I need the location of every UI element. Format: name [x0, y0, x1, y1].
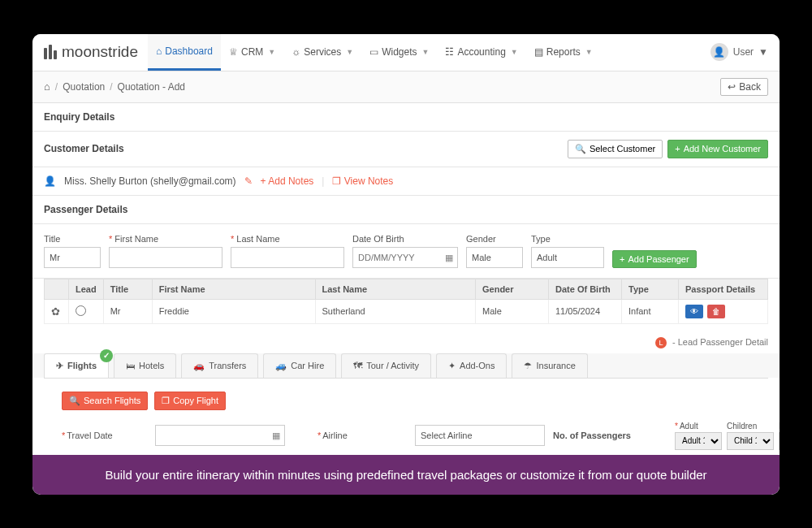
- passenger-form: Title * First Name * Last Name Date Of B…: [32, 224, 780, 279]
- lastname-input[interactable]: [231, 247, 344, 268]
- service-tabs: ✈ Flights ✓ 🛏Hotels 🚗Transfers 🚙Car Hire…: [32, 353, 780, 378]
- search-flights-button[interactable]: 🔍 Search Flights: [62, 392, 148, 410]
- type-select[interactable]: [531, 247, 604, 268]
- shield-icon: ☂: [524, 361, 532, 371]
- plus-icon: +: [620, 254, 624, 264]
- lead-legend: L - Lead Passenger Detail: [32, 332, 780, 353]
- search-icon: 🔍: [69, 396, 80, 406]
- plus-icon: +: [261, 175, 266, 187]
- adult-count-select[interactable]: Adult 1: [675, 432, 722, 450]
- content-area: Enquiry Details Customer Details 🔍 Selec…: [32, 103, 780, 495]
- th-first: First Name: [152, 279, 315, 299]
- copy-flight-button[interactable]: ❐ Copy Flight: [154, 392, 226, 410]
- nav-widgets[interactable]: ▭ Widgets ▼: [361, 34, 437, 71]
- dob-input[interactable]: [352, 247, 458, 268]
- tab-flights[interactable]: ✈ Flights ✓: [44, 353, 109, 378]
- breadcrumb-l2: Quotation - Add: [118, 81, 185, 93]
- travel-date-input[interactable]: [155, 425, 285, 446]
- select-customer-button[interactable]: 🔍 Select Customer: [568, 140, 663, 158]
- back-arrow-icon: ↩: [728, 81, 736, 93]
- enquiry-details-title: Enquiry Details: [32, 103, 780, 132]
- firstname-label: * First Name: [109, 234, 222, 244]
- add-passenger-button[interactable]: + Add Passenger: [612, 250, 697, 268]
- dob-label: Date Of Birth: [352, 234, 458, 244]
- breadcrumb: ⌂ / Quotation / Quotation - Add ↩ Back: [32, 71, 780, 103]
- delete-row-button[interactable]: 🗑: [707, 305, 725, 318]
- gear-icon[interactable]: ✿: [51, 305, 60, 318]
- th-title: Title: [103, 279, 152, 299]
- chevron-down-icon: ▼: [422, 48, 430, 56]
- type-label: Type: [531, 234, 604, 244]
- breadcrumb-l1[interactable]: Quotation: [63, 81, 105, 93]
- calendar-icon[interactable]: ▦: [272, 431, 280, 441]
- avatar-icon: 👤: [710, 43, 728, 61]
- cell-gender: Male: [476, 299, 549, 323]
- child-count-select[interactable]: Child 1: [727, 432, 774, 450]
- th-lead: Lead: [69, 279, 104, 299]
- home-icon: ⌂: [156, 45, 162, 57]
- title-label: Title: [44, 234, 101, 244]
- promo-footer: Build your entire itinerary within minut…: [32, 455, 780, 495]
- brand-logo-icon: [44, 45, 57, 59]
- nav-crm[interactable]: ♕ CRM ▼: [221, 34, 283, 71]
- back-button[interactable]: ↩ Back: [720, 78, 768, 96]
- table-row: ✿ Mr Freddie Sutherland Male 11/05/2024 …: [45, 299, 768, 323]
- lastname-label: * Last Name: [231, 234, 344, 244]
- customer-header: Customer Details 🔍 Select Customer + Add…: [32, 132, 780, 167]
- edit-icon[interactable]: ✎: [244, 175, 253, 187]
- chevron-down-icon: ▼: [346, 48, 353, 56]
- airline-input[interactable]: [415, 425, 545, 446]
- tab-addons[interactable]: ✦Add-Ons: [436, 353, 507, 378]
- check-icon: ✓: [100, 349, 113, 362]
- nav-accounting[interactable]: ☷ Accounting ▼: [437, 34, 525, 71]
- top-nav: moonstride ⌂ Dashboard ♕ CRM ▼ ☼ Service…: [32, 34, 780, 71]
- calendar-icon[interactable]: ▦: [445, 252, 453, 262]
- tab-transfers[interactable]: 🚗Transfers: [181, 353, 258, 378]
- nav-reports[interactable]: ▤ Reports ▼: [526, 34, 601, 71]
- user-icon: 👤: [44, 175, 56, 187]
- tab-carhire[interactable]: 🚙Car Hire: [263, 353, 336, 378]
- view-notes-link[interactable]: ❐ View Notes: [332, 175, 393, 187]
- nav-dashboard[interactable]: ⌂ Dashboard: [148, 34, 221, 71]
- infant-count-select[interactable]: Infan...: [779, 432, 780, 450]
- crm-icon: ♕: [229, 46, 238, 58]
- car-icon: 🚙: [275, 361, 287, 371]
- customer-details-title: Customer Details: [44, 143, 124, 154]
- th-passport: Passport Details: [679, 279, 768, 299]
- title-input[interactable]: [44, 247, 101, 268]
- gender-label: Gender: [466, 234, 523, 244]
- tab-tour[interactable]: 🗺Tour / Activity: [341, 353, 431, 378]
- tab-insurance[interactable]: ☂Insurance: [512, 353, 587, 378]
- chevron-down-icon: ▼: [511, 48, 518, 56]
- add-customer-button[interactable]: + Add New Customer: [667, 140, 768, 158]
- gender-select[interactable]: [466, 247, 523, 268]
- add-notes-link[interactable]: + Add Notes: [261, 175, 314, 187]
- car-icon: 🚗: [193, 361, 205, 371]
- bed-icon: 🛏: [126, 361, 135, 370]
- th-type: Type: [622, 279, 679, 299]
- app-window: moonstride ⌂ Dashboard ♕ CRM ▼ ☼ Service…: [32, 34, 780, 495]
- tab-hotels[interactable]: 🛏Hotels: [114, 353, 176, 378]
- plane-icon: ✈: [56, 361, 63, 371]
- copy-icon: ❐: [162, 396, 170, 406]
- firstname-input[interactable]: [109, 247, 222, 268]
- plus-icon: +: [675, 144, 680, 154]
- cell-dob: 11/05/2024: [549, 299, 622, 323]
- map-icon: 🗺: [353, 361, 362, 370]
- cell-first: Freddie: [152, 299, 315, 323]
- main-nav: ⌂ Dashboard ♕ CRM ▼ ☼ Services ▼ ▭ Widge…: [148, 34, 601, 71]
- brand-text: moonstride: [62, 43, 138, 61]
- lead-dot-icon: L: [655, 337, 667, 348]
- customer-info-row: 👤 Miss. Shelly Burton (shelly@gmail.com)…: [32, 167, 780, 196]
- view-passport-button[interactable]: 👁: [685, 305, 703, 318]
- accounting-icon: ☷: [445, 46, 454, 58]
- nav-services[interactable]: ☼ Services ▼: [283, 34, 361, 71]
- search-icon: 🔍: [575, 144, 586, 154]
- home-icon[interactable]: ⌂: [44, 80, 50, 93]
- th-last: Last Name: [315, 279, 476, 299]
- lead-radio[interactable]: [76, 305, 86, 316]
- travel-date-label: *Travel Date: [62, 431, 147, 440]
- th-dob: Date Of Birth: [549, 279, 622, 299]
- user-menu[interactable]: 👤 User ▼: [710, 43, 768, 61]
- chevron-down-icon: ▼: [585, 48, 593, 56]
